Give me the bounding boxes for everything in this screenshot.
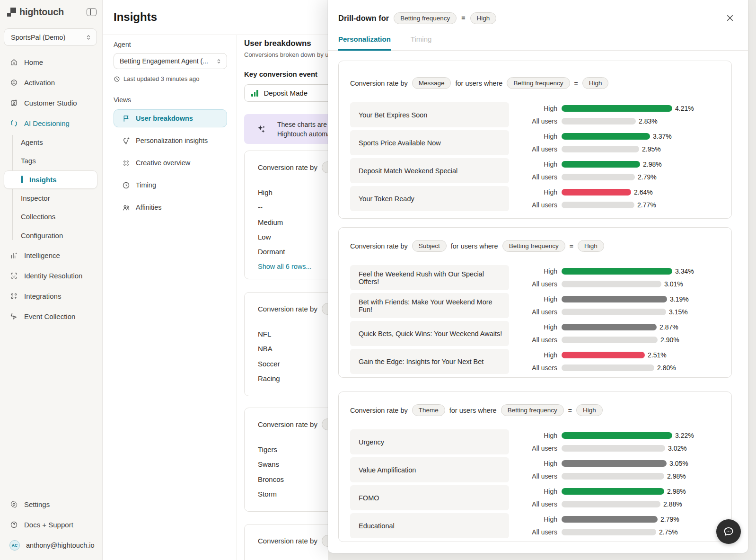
dimension-pill[interactable]: Subject <box>412 240 447 252</box>
row-label: Sports Price Available Now <box>350 130 509 155</box>
filter-pill[interactable]: Betting frequency <box>502 240 565 252</box>
drilldown-panel: Drill-down for Betting frequency = High … <box>328 0 748 553</box>
sidebar-item-intelligence[interactable]: Intelligence <box>0 245 102 266</box>
dimension-pill[interactable]: Bet <box>322 161 328 173</box>
sidebar-item-agents[interactable]: Agents <box>0 133 102 151</box>
sidebar-item-inspector[interactable]: Inspector <box>0 189 102 207</box>
value-pill[interactable]: High <box>576 404 603 416</box>
tab-personalization[interactable]: Personalization <box>338 35 391 51</box>
sidebar-item-tags[interactable]: Tags <box>0 151 102 170</box>
chart-card-message: Conversion rate by Message for users whe… <box>338 61 732 219</box>
sidebar-item-collections[interactable]: Collections <box>0 207 102 226</box>
bar-value: 2.64% <box>634 188 653 196</box>
close-icon[interactable] <box>723 11 737 25</box>
filter-pill[interactable]: Betting frequency <box>507 77 570 89</box>
row-label: Quick Bets, Quick Wins: Your Weekend Awa… <box>350 321 509 346</box>
row-label: Bet with Friends: Make Your Weekend More… <box>350 293 509 318</box>
bar-all-users <box>562 501 660 507</box>
sidebar-item-identity-resolution[interactable]: Identity Resolution <box>0 266 102 286</box>
bar-value: 2.98% <box>667 472 686 480</box>
bar-value: 2.98% <box>667 488 686 495</box>
row-label: FOMO <box>350 485 509 510</box>
bar-value: 2.80% <box>657 364 676 372</box>
notice-line-1: These charts are so <box>277 120 328 129</box>
dimension-pill[interactable]: Pre <box>322 303 328 315</box>
metric-row: FOMO High2.98% All users2.88% <box>350 485 720 510</box>
category-label: Medium <box>258 215 328 230</box>
view-item-personalization-insights[interactable]: Personalization insights <box>114 132 227 150</box>
sidebar-item-customer-studio[interactable]: Customer Studio <box>0 93 102 113</box>
bar-value: 2.77% <box>637 201 656 209</box>
bar-value: 2.88% <box>663 500 682 508</box>
filter-pill[interactable]: Betting frequency <box>394 12 457 24</box>
category-label: NBA <box>258 341 328 356</box>
clock-icon <box>114 76 120 82</box>
sidebar-item-event-collection[interactable]: Event Collection <box>0 306 102 327</box>
bar-all-users <box>562 202 634 208</box>
views-list: User breakdowns Personalization insights… <box>114 109 227 216</box>
category-label: NFL <box>258 327 328 341</box>
app-root: hightouch SportsPal (Demo) Home Activati… <box>0 0 756 560</box>
row-label: Educational <box>350 513 509 538</box>
equals-sign: = <box>461 14 465 22</box>
avatar: AC <box>9 540 20 551</box>
sidebar-item-integrations[interactable]: Integrations <box>0 286 102 306</box>
funnel-icon <box>122 114 130 123</box>
chevron-up-down-icon <box>216 58 222 64</box>
metric-row: Sports Price Available Now High3.37% All… <box>350 130 720 155</box>
sidebar-item-insights[interactable]: Insights <box>4 170 97 189</box>
tab-timing[interactable]: Timing <box>411 35 431 50</box>
view-item-timing[interactable]: Timing <box>114 176 227 194</box>
integrations-icon <box>9 292 18 301</box>
help-icon <box>9 521 18 529</box>
dimension-pill[interactable]: Bet <box>322 535 328 547</box>
workspace-name: SportsPal (Demo) <box>11 34 85 41</box>
show-all-rows-link[interactable]: Show all 6 rows... <box>258 259 328 274</box>
bar-value: 2.90% <box>660 336 679 344</box>
row-label: Feel the Weekend Rush with Our Special O… <box>350 265 509 290</box>
metric-row: Deposit Match Weekend Special High2.98% … <box>350 158 720 183</box>
value-pill[interactable]: High <box>582 77 609 89</box>
filter-pill[interactable]: Betting frequency <box>501 404 564 416</box>
sidebar-item-home[interactable]: Home <box>0 52 102 72</box>
bar-value: 2.79% <box>638 173 657 181</box>
breakdown-card-bottom: Conversion rate byBet <box>244 524 328 560</box>
view-item-creative-overview[interactable]: Creative overview <box>114 154 227 172</box>
bar-value: 2.83% <box>639 117 658 125</box>
sidebar-item-settings[interactable]: Settings <box>0 494 102 515</box>
bar-all-users <box>562 337 658 343</box>
bar-high <box>562 488 664 495</box>
bar-value: 2.79% <box>660 516 679 523</box>
dimension-pill[interactable]: Message <box>412 77 451 89</box>
intelligence-icon <box>9 251 18 260</box>
chat-widget-button[interactable] <box>716 519 741 544</box>
bar-value: 3.05% <box>669 460 688 467</box>
metric-row: Your Token Ready High2.64% All users2.77… <box>350 186 720 211</box>
view-item-user-breakdowns[interactable]: User breakdowns <box>114 109 227 127</box>
bar-high <box>562 105 672 112</box>
bar-value: 4.21% <box>675 105 694 112</box>
sidebar-item-account[interactable]: AC anthony@hightouch.io <box>0 535 102 555</box>
workspace-selector[interactable]: SportsPal (Demo) <box>4 28 97 46</box>
row-label: Your Token Ready <box>350 186 509 211</box>
sidebar-item-docs-support[interactable]: Docs + Support <box>0 515 102 535</box>
sidebar-item-configuration[interactable]: Configuration <box>0 226 102 244</box>
automation-notice: These charts are so Hightouch automati <box>244 114 328 144</box>
sidebar-item-activation[interactable]: Activation <box>0 72 102 93</box>
view-item-affinities[interactable]: Affinities <box>114 198 227 216</box>
category-label: -- <box>258 200 328 214</box>
bar-all-users <box>562 364 654 371</box>
drilldown-title: Drill-down for <box>338 14 389 23</box>
dimension-pill[interactable]: Theme <box>412 404 445 416</box>
agent-selector[interactable]: Betting Engagement Agent (... <box>114 53 227 69</box>
dimension-pill[interactable]: Tea <box>322 418 328 430</box>
bar-high <box>562 296 667 302</box>
key-event-selector[interactable]: Deposit Made <box>244 84 328 102</box>
sidebar-item-label: Activation <box>24 79 55 87</box>
value-pill[interactable]: High <box>578 240 604 252</box>
sidebar-item-ai-decisioning[interactable]: AI Decisioning <box>0 113 102 133</box>
bar-value: 2.98% <box>643 160 662 168</box>
value-pill[interactable]: High <box>470 12 497 24</box>
bar-value: 2.75% <box>659 528 678 536</box>
sidebar-collapse-icon[interactable] <box>87 8 97 16</box>
